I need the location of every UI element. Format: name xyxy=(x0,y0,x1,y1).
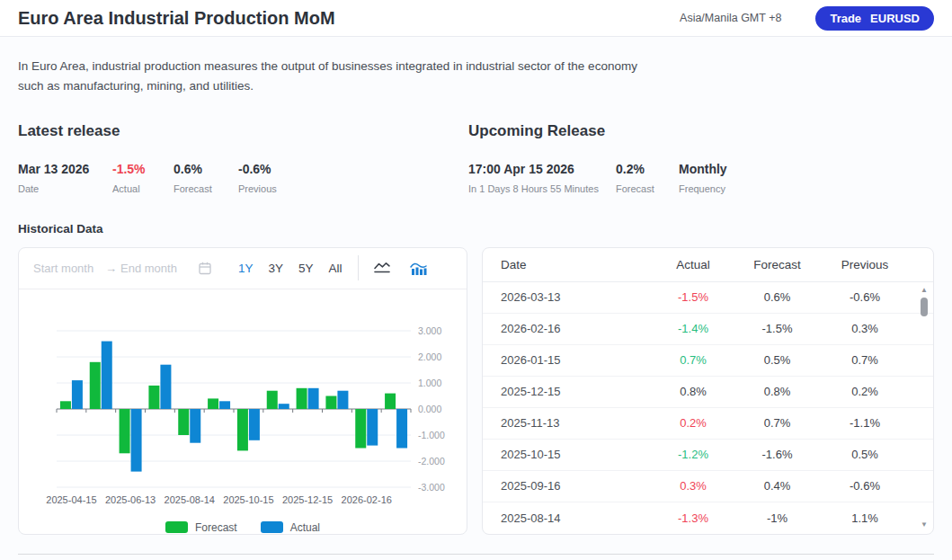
bar-forecast-2025-12-15[interactable] xyxy=(297,388,307,409)
y-tick-label: 1.000 xyxy=(418,377,441,387)
bottom-divider xyxy=(18,554,934,555)
column-header-date: Date xyxy=(501,258,652,271)
upcoming-datetime: 17:00 Apr 15 2026 In 1 Days 8 Hours 55 M… xyxy=(468,162,616,194)
column-header-previous: Previous xyxy=(820,258,910,271)
legend-item-actual[interactable]: Actual xyxy=(261,521,320,534)
bar-chart-icon[interactable] xyxy=(409,261,428,276)
latest-date-value: Mar 13 2026 xyxy=(18,162,112,176)
row-previous: -0.6% xyxy=(820,479,910,493)
x-tick-label: 2025-08-14 xyxy=(165,494,215,505)
trade-button[interactable]: Trade EURUSD xyxy=(815,6,934,31)
x-tick-label: 2025-10-15 xyxy=(223,494,273,505)
bar-actual-2025-12-15[interactable] xyxy=(308,388,319,409)
range-button-3y[interactable]: 3Y xyxy=(268,260,285,277)
legend-label: Forecast xyxy=(195,521,237,534)
table-header-row: Date Actual Forecast Previous xyxy=(483,248,933,282)
x-tick-label: 2025-04-15 xyxy=(46,494,96,505)
scrollbar-down-icon[interactable]: ▼ xyxy=(919,520,930,529)
row-forecast: -1.5% xyxy=(734,322,820,335)
bar-actual-2026-03-13[interactable] xyxy=(396,409,407,449)
bar-forecast-2025-07-15[interactable] xyxy=(148,386,159,409)
row-date: 2026-02-16 xyxy=(501,322,652,335)
range-buttons: 1Y3Y5YAll xyxy=(237,260,343,277)
latest-previous: -0.6% Previous xyxy=(238,162,277,194)
chart-toolbar: → 1Y3Y5YAll xyxy=(19,248,467,289)
bar-actual-2025-09-16[interactable] xyxy=(219,401,230,409)
row-date: 2026-03-13 xyxy=(501,290,652,304)
bar-actual-2025-10-15[interactable] xyxy=(249,409,260,440)
range-button-all[interactable]: All xyxy=(328,260,343,277)
bar-actual-2025-06-13[interactable] xyxy=(131,409,142,472)
range-button-1y[interactable]: 1Y xyxy=(237,260,254,277)
table-scrollbar[interactable]: ▲ ▼ xyxy=(919,286,930,529)
row-previous: -1.1% xyxy=(820,416,910,430)
y-tick-label: -1.000 xyxy=(418,429,445,440)
latest-previous-value: -0.6% xyxy=(238,162,277,176)
row-actual: -1.2% xyxy=(652,448,734,461)
x-tick-label: 2025-12-15 xyxy=(282,494,333,505)
upcoming-datetime-value: 17:00 Apr 15 2026 xyxy=(468,162,616,176)
legend-item-forecast[interactable]: Forecast xyxy=(165,521,237,534)
bar-forecast-2026-02-16[interactable] xyxy=(355,409,366,449)
trade-button-label: Trade xyxy=(830,12,861,25)
upcoming-forecast: 0.2% Forecast xyxy=(616,162,679,194)
end-month-input[interactable] xyxy=(120,262,192,275)
y-tick-label: 3.000 xyxy=(418,324,441,335)
table-row: 2026-03-13-1.5%0.6%-0.6% xyxy=(483,282,933,314)
column-header-actual: Actual xyxy=(652,258,734,271)
bar-forecast-2026-03-13[interactable] xyxy=(385,393,396,408)
latest-actual: -1.5% Actual xyxy=(112,162,173,194)
bar-actual-2025-08-14[interactable] xyxy=(190,409,200,443)
upcoming-countdown-label: In 1 Days 8 Hours 55 Minutes xyxy=(468,183,616,194)
bar-forecast-2025-08-14[interactable] xyxy=(178,409,189,435)
upcoming-forecast-label: Forecast xyxy=(616,183,679,194)
row-forecast: 0.4% xyxy=(734,479,820,493)
bar-forecast-2025-10-15[interactable] xyxy=(237,409,248,450)
line-chart-icon[interactable] xyxy=(373,261,391,275)
row-forecast: 0.7% xyxy=(734,416,820,430)
row-actual: 0.2% xyxy=(652,416,734,430)
row-previous: 0.2% xyxy=(820,385,910,398)
table-body: 2026-03-13-1.5%0.6%-0.6%2026-02-16-1.4%-… xyxy=(483,282,933,534)
bar-actual-2026-01-15[interactable] xyxy=(337,390,348,408)
bar-forecast-2025-11-13[interactable] xyxy=(267,390,278,408)
row-previous: 0.3% xyxy=(820,322,910,335)
x-tick-label: 2025-06-13 xyxy=(105,494,156,505)
row-forecast: -1% xyxy=(734,511,820,525)
y-tick-label: -3.000 xyxy=(418,481,445,492)
bar-actual-2025-04-15[interactable] xyxy=(72,380,83,409)
bar-forecast-2025-04-15[interactable] xyxy=(60,401,71,409)
row-forecast: 0.5% xyxy=(734,353,820,367)
upcoming-forecast-value: 0.2% xyxy=(616,162,679,176)
range-arrow-icon: → xyxy=(105,262,117,275)
y-tick-label: -2.000 xyxy=(418,455,445,466)
bar-actual-2025-11-13[interactable] xyxy=(279,404,289,409)
scrollbar-up-icon[interactable]: ▲ xyxy=(919,286,930,295)
bar-actual-2025-07-15[interactable] xyxy=(160,364,171,408)
historical-bar-chart: 3.0002.0001.0000.000-1.000-2.000-3.00020… xyxy=(19,289,467,513)
upcoming-frequency-label: Frequency xyxy=(679,183,727,194)
start-month-input[interactable] xyxy=(33,262,105,275)
historical-chart-card: → 1Y3Y5YAll xyxy=(18,247,467,535)
upcoming-frequency: Monthly Frequency xyxy=(679,162,727,194)
row-actual: 0.7% xyxy=(652,353,734,367)
row-actual: 0.8% xyxy=(652,385,734,398)
bar-forecast-2026-01-15[interactable] xyxy=(325,396,336,409)
row-date: 2025-10-15 xyxy=(501,448,652,461)
bar-forecast-2025-09-16[interactable] xyxy=(208,398,218,409)
table-row: 2025-11-130.2%0.7%-1.1% xyxy=(483,408,933,440)
legend-swatch-forecast xyxy=(165,521,188,533)
latest-forecast-value: 0.6% xyxy=(173,162,238,176)
range-button-5y[interactable]: 5Y xyxy=(298,260,315,277)
bar-actual-2025-05-15[interactable] xyxy=(102,341,112,408)
bar-actual-2026-02-16[interactable] xyxy=(367,409,378,446)
table-row: 2025-10-15-1.2%-1.6%0.5% xyxy=(483,440,933,471)
historical-data-heading: Historical Data xyxy=(18,222,934,236)
upcoming-release-heading: Upcoming Release xyxy=(468,122,934,140)
bar-forecast-2025-05-15[interactable] xyxy=(90,362,101,409)
scrollbar-thumb[interactable] xyxy=(921,298,928,316)
row-previous: 0.7% xyxy=(820,353,910,367)
calendar-icon[interactable] xyxy=(198,261,212,275)
bar-forecast-2025-06-13[interactable] xyxy=(120,409,130,453)
row-actual: -1.3% xyxy=(652,511,734,525)
